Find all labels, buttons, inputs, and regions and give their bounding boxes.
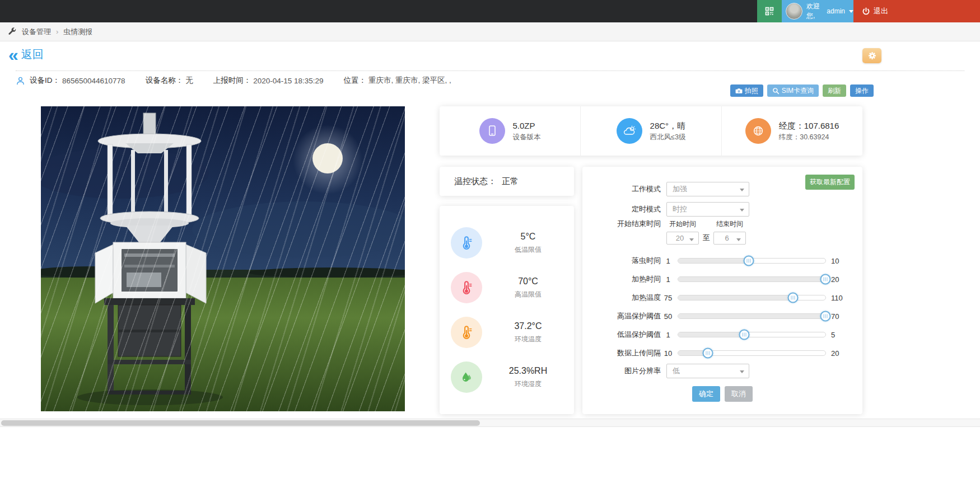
- slider-handle[interactable]: [788, 293, 799, 303]
- location-value: 重庆市, 重庆市, 梁平区, ,: [368, 76, 451, 86]
- slider-max-value: 20: [831, 275, 850, 284]
- gear-icon: [868, 51, 876, 60]
- avatar: [786, 3, 802, 20]
- scrollbar-thumb[interactable]: [1, 420, 480, 426]
- camera-icon: [735, 87, 743, 95]
- slider-label: 数据上传间隔: [582, 347, 661, 359]
- stat-icon-circle: [745, 118, 771, 144]
- confirm-button[interactable]: 确定: [692, 386, 720, 402]
- slider-min-value: 1: [661, 257, 675, 265]
- slider-track[interactable]: [678, 313, 826, 319]
- power-icon: [862, 7, 870, 16]
- env-stat-value: 5°C: [482, 232, 574, 242]
- thermometer-icon: [460, 280, 473, 295]
- slider-max-value: 70: [831, 312, 850, 321]
- env-stat-text: 25.3%RH 环境湿度: [482, 366, 574, 389]
- breadcrumb-separator: ›: [56, 27, 58, 36]
- env-stat-label: 低温限值: [482, 245, 574, 255]
- slider-track[interactable]: [678, 258, 826, 264]
- slider-label: 高温保护阈值: [582, 311, 661, 322]
- slider-label: 加热温度: [582, 292, 661, 303]
- overview-stat: 5.0ZP 设备版本: [440, 106, 580, 156]
- end-time-value: 6: [725, 234, 729, 242]
- back-label: 返回: [21, 47, 44, 62]
- end-time-select[interactable]: 6: [713, 232, 746, 245]
- slider-track[interactable]: [678, 332, 826, 337]
- stat-secondary-text: 西北风≤3级: [650, 132, 686, 143]
- breadcrumb-item-pest-report[interactable]: 虫情测报: [63, 27, 92, 37]
- env-stat-value: 25.3%RH: [482, 366, 574, 376]
- sim-query-button[interactable]: SIM卡查询: [767, 84, 819, 97]
- end-time-label: 结束时间: [713, 219, 746, 229]
- stat-primary-text: 5.0ZP: [513, 120, 541, 132]
- slider-max-value: 110: [831, 294, 850, 302]
- slider-label: 落虫时间: [582, 255, 661, 266]
- cancel-button[interactable]: 取消: [725, 386, 753, 402]
- slider-min-value: 75: [661, 294, 675, 302]
- timer-mode-select[interactable]: 时控: [666, 202, 749, 217]
- phone-icon: [487, 125, 498, 137]
- to-label: 至: [699, 233, 713, 243]
- slider-row: 数据上传间隔 10 20: [582, 347, 850, 359]
- slider-handle[interactable]: [739, 330, 750, 340]
- env-icon-circle: [451, 272, 482, 303]
- refresh-button[interactable]: 刷新: [823, 84, 846, 97]
- resolution-select[interactable]: 低: [666, 364, 749, 378]
- slider-handle[interactable]: [820, 311, 831, 322]
- breadcrumb: 设备管理 › 虫情测报: [0, 22, 980, 41]
- slider-track[interactable]: [678, 295, 826, 300]
- device-photo: [41, 106, 405, 411]
- sim-query-label: SIM卡查询: [782, 86, 814, 96]
- back-button[interactable]: « 返回: [8, 47, 44, 62]
- chevron-down-icon: [740, 189, 744, 191]
- slider-track[interactable]: [678, 276, 826, 282]
- env-stat-row: 37.2°C 环境温度: [440, 317, 574, 348]
- timer-mode-label: 定时模式: [582, 204, 661, 215]
- report-time-value: 2020-04-15 18:35:29: [253, 77, 323, 85]
- divider: [16, 71, 964, 71]
- slider-track[interactable]: [678, 350, 826, 356]
- breadcrumb-item-device-management[interactable]: 设备管理: [22, 27, 51, 37]
- overview-stat: 经度：107.6816 纬度：30.63924: [721, 106, 862, 156]
- time-range-controls: 开始时间 结束时间 20 至 6: [666, 218, 746, 243]
- time-range-label: 开始结束时间: [582, 218, 661, 229]
- device-id-value: 865650044610778: [62, 77, 125, 85]
- slider-max-value: 5: [831, 331, 850, 339]
- env-stat-value: 37.2°C: [482, 321, 574, 331]
- temp-status-value: 正常: [502, 176, 519, 187]
- work-mode-select[interactable]: 加强: [666, 182, 749, 196]
- chevron-down-icon: [740, 370, 744, 373]
- take-photo-button[interactable]: 拍照: [730, 84, 763, 97]
- stat-text: 经度：107.6816 纬度：30.63924: [779, 120, 839, 143]
- slider-handle[interactable]: [744, 256, 754, 266]
- horizontal-scrollbar[interactable]: [0, 419, 980, 427]
- env-icon-circle: [451, 361, 482, 393]
- slider-rows: 落虫时间 1 10 加热时间 1: [582, 255, 850, 366]
- logout-button[interactable]: 退出: [853, 0, 980, 22]
- device-info-row: 设备ID： 865650044610778 设备名称： 无 上报时间： 2020…: [16, 74, 451, 87]
- settings-tab-button[interactable]: [862, 48, 881, 63]
- slider-fill: [678, 295, 793, 300]
- take-photo-label: 拍照: [745, 86, 758, 96]
- start-time-select[interactable]: 20: [666, 232, 699, 245]
- action-buttons: 拍照 SIM卡查询 刷新 操作: [730, 84, 874, 97]
- qr-code-button[interactable]: [757, 0, 782, 22]
- env-stats-card: 5°C 低温限值 70°C 高温限值: [440, 206, 574, 414]
- slider-label: 低温保护阈值: [582, 329, 661, 340]
- slider-max-value: 10: [831, 257, 850, 265]
- timer-mode-value: 时控: [673, 204, 687, 214]
- refresh-label: 刷新: [828, 86, 841, 96]
- config-card: 获取最新配置 工作模式 加强 定时模式 时控 开始结束时间 开始时间 结束时间 …: [582, 167, 862, 414]
- start-time-value: 20: [676, 234, 684, 242]
- operate-button[interactable]: 操作: [850, 84, 874, 97]
- weather-cloud-icon: [623, 125, 636, 137]
- resolution-label: 图片分辨率: [582, 365, 661, 377]
- chevron-down-icon: [849, 10, 853, 13]
- slider-handle[interactable]: [702, 348, 713, 359]
- user-menu[interactable]: 欢迎您, admin: [782, 0, 853, 22]
- work-mode-label: 工作模式: [582, 184, 661, 195]
- overview-stat: 28C°，晴 西北风≤3级: [580, 106, 721, 156]
- slider-handle[interactable]: [820, 274, 831, 285]
- thermometer-icon: [460, 325, 473, 340]
- start-time-label: 开始时间: [666, 219, 699, 229]
